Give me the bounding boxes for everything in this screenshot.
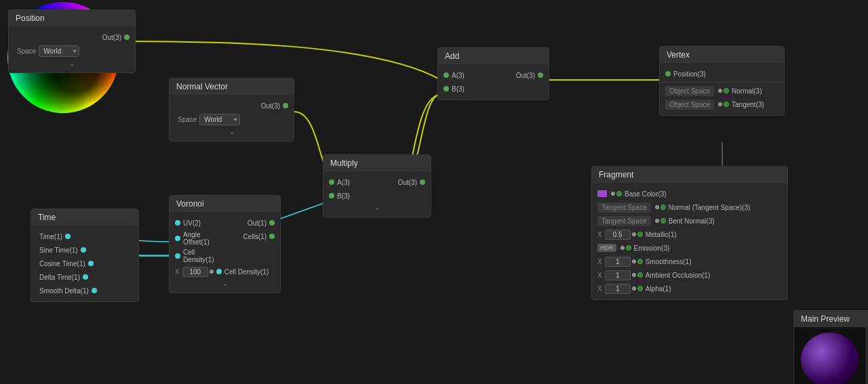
add-b-row: B(3) [438,82,473,95]
frag-bentnormal-arrow[interactable] [660,218,666,223]
voronoi-out-row: Out(1) [235,216,280,230]
node-add: Add A(3) B(3) Out(3) [437,47,549,100]
position-expand-icon[interactable]: ⌄ [9,58,135,68]
voronoi-cell-port[interactable] [175,253,180,259]
time-port-3[interactable] [88,261,94,266]
normal-expand-icon[interactable]: ⌄ [170,127,294,137]
voronoi-value[interactable]: 100 [182,267,208,277]
time-port-5[interactable] [92,288,97,293]
preview-sphere [801,333,859,384]
time-port-1[interactable] [65,234,71,239]
frag-bentnormal-connect[interactable] [655,219,659,223]
frag-ao-arrow[interactable] [637,272,643,278]
voronoi-x-row: X 100 Cell Density(1) [170,265,280,278]
fragment-normal-row: Tangent Space Normal (Tangent Space)(3) [592,200,787,214]
node-time: Time Time(1) Sine Time(1) Cosine Time(1)… [31,209,139,302]
fragment-emission-row: HDR Emission(3) [592,241,787,255]
frag-ao-connect[interactable] [632,273,636,277]
purple-swatch [597,190,607,197]
add-out-port[interactable] [538,72,543,78]
position-title: Position [9,10,135,26]
add-a-row: A(3) [438,68,473,82]
normal-vector-title: Normal Vector [170,79,294,95]
node-vertex: Vertex Position(3) Object Space Normal(3… [659,46,785,116]
smoothness-value[interactable]: 1 [605,257,631,267]
multiply-b-port[interactable] [329,193,334,198]
frag-smoothness-arrow[interactable] [637,259,643,264]
vertex-tangent-arrow[interactable] [724,102,729,107]
alpha-value[interactable]: 1 [605,284,631,294]
multiply-a-row: A(3) [323,175,358,189]
time-title: Time [31,209,138,226]
main-preview-title: Main Preview [794,311,868,327]
vertex-normal-row: Object Space Normal(3) [660,84,784,98]
voronoi-cells-port[interactable] [269,234,275,239]
voronoi-cell-density-port2[interactable] [216,269,222,274]
fragment-bentnormal-row: Tangent Space Bent Normal(3) [592,214,787,228]
frag-normal-arrow[interactable] [660,205,666,210]
voronoi-expand-icon[interactable]: ⌄ [170,278,280,289]
fragment-metallic-row: X 0.5 Metallic(1) [592,228,787,241]
node-main-preview: Main Preview [793,310,868,384]
time-row-1: Time(1) [31,230,138,243]
frag-emission-connect[interactable] [620,246,625,250]
fragment-alpha-row: X 1 Alpha(1) [592,282,787,295]
normal-space-dropdown[interactable]: World [199,114,240,125]
position-out-port[interactable] [124,35,130,40]
frag-alpha-arrow[interactable] [637,286,643,291]
normal-space-row: Space World [170,112,294,127]
frag-metallic-arrow[interactable] [637,232,643,237]
vertex-tangent-row: Object Space Tangent(3) [660,98,784,111]
metallic-value[interactable]: 0.5 [605,230,631,240]
frag-basecolor-arrow[interactable] [616,191,622,196]
fragment-ao-row: X 1 Ambient Occlusion(1) [592,268,787,282]
normal-out-row: Out(3) [170,99,294,112]
ao-value[interactable]: 1 [605,270,631,280]
frag-metallic-connect[interactable] [632,232,636,236]
time-port-2[interactable] [81,247,86,253]
frag-emission-arrow[interactable] [626,245,631,251]
voronoi-title: Voronoi [170,196,280,212]
normal-out-port[interactable] [283,103,288,108]
time-row-2: Sine Time(1) [31,243,138,257]
vertex-position-port[interactable] [665,71,671,77]
multiply-expand-icon[interactable]: ⌄ [323,202,431,213]
multiply-out-row: Out(3) [390,175,431,189]
add-title: Add [438,48,549,64]
voronoi-connect[interactable] [210,270,214,274]
fragment-title: Fragment [592,167,787,183]
node-position: Position Out(3) Space World ⌄ [8,9,136,73]
vertex-title: Vertex [660,47,784,63]
node-normal-vector: Normal Vector Out(3) Space World ⌄ [169,78,294,142]
position-space-row: Space World [9,44,135,58]
voronoi-uv-row: UV(2) [170,216,235,230]
add-b-port[interactable] [443,86,449,91]
node-fragment: Fragment Base Color(3) Tangent Space Nor… [591,166,788,300]
node-voronoi: Voronoi UV(2) Angle Offset(1) Cell Densi… [169,195,281,293]
frag-basecolor-connect[interactable] [611,192,615,196]
frag-smoothness-connect[interactable] [632,259,636,263]
voronoi-angle-row: Angle Offset(1) [170,230,235,247]
fragment-basecolor-row: Base Color(3) [592,187,787,200]
position-out-row: Out(3) [9,30,135,44]
vertex-normal-connect[interactable] [718,89,722,93]
multiply-out-port[interactable] [420,179,425,185]
voronoi-uv-port[interactable] [175,220,180,226]
hdr-badge: HDR [597,244,616,252]
voronoi-cells-row: Cells(1) [235,230,280,243]
time-port-4[interactable] [83,274,88,280]
vertex-normal-arrow[interactable] [724,88,729,93]
multiply-b-row: B(3) [323,189,358,202]
multiply-a-port[interactable] [329,179,334,185]
voronoi-angle-port[interactable] [175,236,180,241]
voronoi-out-port[interactable] [269,220,275,226]
voronoi-cell-row: Cell Density(1) [170,247,235,265]
vertex-tangent-connect[interactable] [718,102,722,106]
add-a-port[interactable] [443,72,449,78]
position-space-dropdown[interactable]: World [39,45,79,57]
vertex-position-row: Position(3) [660,67,784,81]
fragment-smoothness-row: X 1 Smoothness(1) [592,255,787,268]
multiply-title: Multiply [323,155,431,171]
frag-normal-connect[interactable] [655,205,659,209]
frag-alpha-connect[interactable] [632,286,636,291]
